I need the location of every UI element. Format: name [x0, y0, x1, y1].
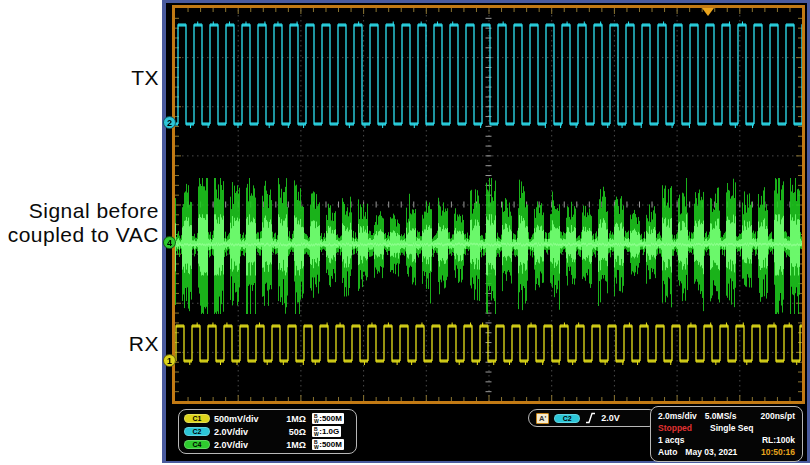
channel-marker-c2[interactable]: 2	[163, 116, 176, 129]
channel-row-c1[interactable]: C1 500mV/div 1MΩ B W :500M	[184, 412, 351, 425]
bandwidth-value-c1: :500M	[319, 414, 342, 423]
trigger-mode: Auto	[658, 447, 677, 457]
oscilloscope-screenshot: TX Signal before coupled to VAC RX 2 4 1…	[0, 0, 810, 465]
acq-count-row: 1 acqs RL:100k	[658, 434, 795, 446]
datetime-row: Auto May 03, 2021 10:50:16	[658, 446, 795, 458]
bandwidth-box-c1[interactable]: B W :500M	[312, 413, 344, 424]
sample-rate: 5.0MS/s	[705, 411, 737, 421]
channel-scale-c1: 500mV/div	[214, 414, 274, 424]
channel-row-c4[interactable]: C4 2.0V/div 1MΩ B W :500M	[184, 438, 351, 451]
channel-row-c2[interactable]: C2 2.0V/div 50Ω B W :1.0G	[184, 425, 351, 438]
acq-status: Stopped	[658, 423, 692, 433]
acq-count: 1 acqs	[658, 435, 684, 445]
bw-glyph: B W	[314, 440, 319, 449]
channel-badge-c4[interactable]: C4	[184, 440, 210, 449]
bw-glyph: B W	[314, 414, 319, 423]
label-tx: TX	[131, 66, 159, 90]
bandwidth-box-c4[interactable]: B W :500M	[312, 439, 344, 450]
bw-glyph: B W	[314, 427, 319, 436]
channel-marker-c1[interactable]: 1	[163, 354, 176, 367]
label-signal-line2: coupled to VAC	[0, 223, 159, 247]
waveform-canvas	[175, 8, 802, 401]
channel-scale-c4: 2.0V/div	[214, 440, 274, 450]
channel-marker-c4[interactable]: 4	[163, 236, 176, 249]
trigger-level: 2.0V	[601, 413, 620, 423]
channel-badge-c1[interactable]: C1	[184, 414, 210, 423]
channel-impedance-c2: 50Ω	[278, 427, 306, 437]
channel-impedance-c1: 1MΩ	[278, 414, 306, 424]
channel-badge-c2[interactable]: C2	[184, 427, 210, 436]
channel-scale-c2: 2.0V/div	[214, 427, 274, 437]
trigger-a-badge: A'	[536, 413, 549, 424]
channel-impedance-c4: 1MΩ	[278, 440, 306, 450]
date: May 03, 2021	[685, 447, 737, 457]
time: 10:50:16	[761, 447, 795, 457]
trigger-panel[interactable]: A' C2 2.0V	[528, 409, 658, 427]
acq-mode: Single Seq	[710, 423, 753, 433]
resolution: 200ns/pt	[761, 411, 796, 421]
horizontal-acquisition-panel[interactable]: 2.0ms/div 5.0MS/s 200ns/pt Stopped Singl…	[650, 406, 803, 462]
record-length: RL:100k	[762, 435, 795, 445]
scope-window: 2 4 1 C1 500mV/div 1MΩ B W	[162, 0, 810, 463]
timebase-row: 2.0ms/div 5.0MS/s 200ns/pt	[658, 410, 795, 422]
trigger-position-marker[interactable]	[702, 8, 714, 16]
label-signal-line1: Signal before	[0, 199, 159, 223]
label-rx: RX	[129, 332, 159, 356]
label-signal-before-coupled: Signal before coupled to VAC	[0, 199, 159, 247]
channel-settings-panel[interactable]: C1 500mV/div 1MΩ B W :500M C2	[178, 409, 357, 454]
bandwidth-box-c2[interactable]: B W :1.0G	[312, 426, 341, 437]
timebase: 2.0ms/div	[658, 411, 697, 421]
status-bar: C1 500mV/div 1MΩ B W :500M C2	[166, 404, 807, 461]
rising-edge-icon	[585, 412, 596, 424]
annotation-column: TX Signal before coupled to VAC RX	[0, 0, 162, 465]
acq-status-row: Stopped Single Seq	[658, 422, 795, 434]
bandwidth-value-c4: :500M	[319, 440, 342, 449]
bandwidth-value-c2: :1.0G	[319, 427, 339, 436]
graticule[interactable]	[172, 5, 805, 404]
trigger-source-badge[interactable]: C2	[554, 414, 580, 423]
scope-screen: 2 4 1 C1 500mV/div 1MΩ B W	[166, 3, 807, 461]
